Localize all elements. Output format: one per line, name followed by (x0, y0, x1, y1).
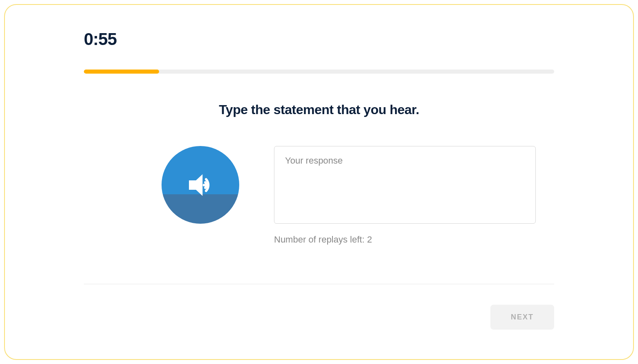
progress-fill (84, 70, 159, 74)
speaker-icon (181, 166, 220, 204)
response-area: Number of replays left: 2 (274, 146, 536, 245)
footer: NEXT (84, 305, 554, 330)
divider (84, 284, 554, 284)
exercise-frame: 0:55 Type the statement that you hear. N… (4, 4, 634, 360)
timer-display: 0:55 (84, 29, 554, 49)
exercise-area: Number of replays left: 2 (84, 146, 554, 245)
next-button[interactable]: NEXT (490, 305, 554, 330)
progress-bar (84, 70, 554, 74)
replays-counter: Number of replays left: 2 (274, 234, 536, 245)
svg-point-0 (202, 184, 205, 186)
response-input[interactable] (274, 146, 536, 224)
prompt-title: Type the statement that you hear. (84, 102, 554, 117)
content-wrapper: 0:55 Type the statement that you hear. N… (72, 29, 566, 330)
play-audio-button[interactable] (162, 146, 239, 224)
